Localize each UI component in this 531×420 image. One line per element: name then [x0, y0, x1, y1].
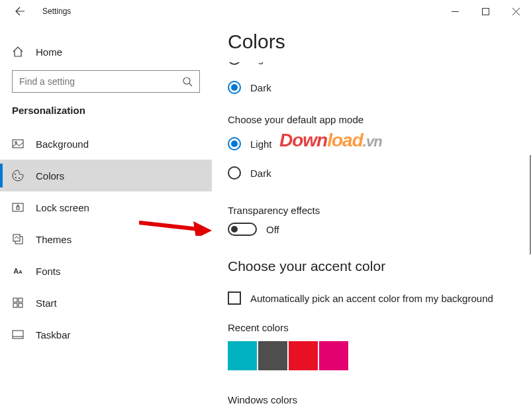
color-swatch[interactable] — [289, 341, 318, 370]
svg-point-6 — [19, 178, 20, 179]
radio-windows-mode-light[interactable]: Light — [228, 62, 508, 73]
page-title: Colors — [228, 30, 508, 53]
recent-color-swatches — [228, 341, 508, 370]
minimize-icon — [452, 8, 459, 15]
svg-rect-12 — [13, 303, 17, 307]
sidebar: Home Personalization Background Colors L… — [0, 23, 212, 420]
svg-point-4 — [15, 174, 16, 175]
picture-icon — [12, 138, 24, 150]
sidebar-item-label: Themes — [36, 234, 72, 245]
sidebar-item-label: Background — [36, 138, 89, 150]
radio-icon — [228, 166, 241, 180]
sidebar-item-themes[interactable]: Themes — [0, 223, 212, 255]
svg-rect-13 — [19, 303, 23, 307]
sidebar-item-label: Colors — [36, 170, 64, 182]
sidebar-item-label: Fonts — [36, 266, 61, 277]
maximize-icon — [482, 8, 489, 15]
search-icon — [182, 76, 193, 87]
maximize-button[interactable] — [470, 1, 501, 22]
radio-label: Dark — [250, 82, 271, 93]
radio-windows-mode-dark[interactable]: Dark — [228, 73, 508, 102]
svg-point-5 — [15, 177, 17, 178]
svg-rect-9 — [13, 235, 20, 241]
radio-label: Light — [250, 62, 272, 64]
sidebar-item-taskbar[interactable]: Taskbar — [0, 319, 212, 350]
checkbox-icon — [228, 291, 241, 305]
home-icon — [12, 46, 24, 58]
svg-rect-11 — [19, 298, 23, 302]
app-mode-heading: Choose your default app mode — [228, 114, 508, 125]
radio-icon — [228, 81, 241, 94]
lockscreen-icon — [12, 201, 24, 213]
svg-rect-8 — [17, 207, 19, 209]
minimize-button[interactable] — [440, 1, 470, 22]
taskbar-icon — [12, 329, 24, 341]
home-label: Home — [36, 46, 62, 58]
windows-colors-label: Windows colors — [228, 394, 508, 405]
sidebar-item-start[interactable]: Start — [0, 287, 212, 319]
back-button[interactable] — [9, 1, 30, 22]
sidebar-item-background[interactable]: Background — [0, 128, 212, 160]
transparency-value: Off — [266, 224, 279, 235]
color-swatch[interactable] — [258, 341, 287, 370]
radio-app-mode-light[interactable]: Light — [228, 129, 508, 158]
close-icon — [512, 8, 520, 15]
transparency-heading: Transparency effects — [228, 205, 508, 216]
close-button[interactable] — [501, 1, 531, 22]
color-swatch[interactable] — [319, 341, 348, 370]
sidebar-item-fonts[interactable]: AA Fonts — [0, 255, 212, 287]
svg-point-3 — [15, 142, 17, 144]
start-icon — [12, 297, 24, 309]
radio-icon — [228, 62, 241, 65]
search-input[interactable] — [19, 76, 182, 87]
themes-icon — [12, 233, 24, 245]
back-arrow-icon — [15, 6, 25, 17]
auto-accent-label: Automatically pick an accent color from … — [250, 293, 493, 304]
fonts-icon: AA — [12, 265, 24, 277]
radio-label: Light — [250, 138, 272, 150]
sidebar-item-label: Start — [36, 297, 57, 309]
color-swatch[interactable] — [228, 341, 257, 370]
category-heading: Personalization — [0, 105, 212, 128]
radio-label: Dark — [250, 168, 271, 179]
title-bar: Settings — [0, 0, 531, 23]
radio-app-mode-dark[interactable]: Dark — [228, 158, 508, 187]
svg-rect-0 — [482, 8, 489, 15]
auto-accent-row[interactable]: Automatically pick an accent color from … — [228, 291, 508, 305]
accent-heading: Choose your accent color — [228, 258, 508, 274]
main-panel: Colors Light Dark Choose your default ap… — [212, 23, 531, 420]
svg-rect-10 — [13, 298, 17, 302]
svg-point-1 — [183, 78, 190, 84]
sidebar-item-label: Lock screen — [36, 202, 89, 213]
palette-icon — [12, 170, 24, 182]
sidebar-item-lockscreen[interactable]: Lock screen — [0, 191, 212, 223]
app-title: Settings — [42, 7, 71, 16]
sidebar-item-colors[interactable]: Colors — [0, 160, 212, 191]
transparency-toggle[interactable] — [228, 223, 257, 236]
svg-rect-14 — [13, 331, 23, 339]
recent-colors-label: Recent colors — [228, 322, 508, 333]
search-box[interactable] — [12, 70, 200, 93]
sidebar-item-label: Taskbar — [36, 329, 71, 341]
home-row[interactable]: Home — [0, 37, 212, 66]
radio-icon — [228, 137, 241, 150]
